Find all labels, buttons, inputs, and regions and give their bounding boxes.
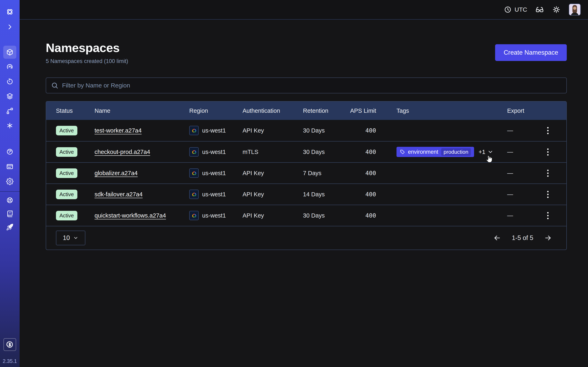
region-cell: us-west1 xyxy=(189,147,242,157)
sidebar-item-nexus[interactable] xyxy=(3,119,16,132)
auth-cell: API Key xyxy=(242,191,303,198)
row-actions-menu-button[interactable] xyxy=(547,191,549,198)
gcp-cloud-icon xyxy=(189,190,199,199)
col-header-tags: Tags xyxy=(397,108,507,114)
col-header-export: Export xyxy=(507,108,540,114)
region-cell: us-west1 xyxy=(189,211,242,220)
sidebar-item-usage[interactable] xyxy=(3,145,16,158)
col-header-name: Name xyxy=(95,108,189,114)
topbar: UTC xyxy=(20,0,588,20)
col-header-region: Region xyxy=(189,108,242,114)
table-row[interactable]: Active sdk-failover.a27a4 us-west1 API K… xyxy=(46,184,566,205)
aps-limit-cell: 400 xyxy=(350,170,397,176)
region-label: us-west1 xyxy=(202,127,226,134)
sidebar-item-deployments[interactable] xyxy=(3,90,16,103)
auth-cell: API Key xyxy=(242,170,303,176)
previous-page-button[interactable] xyxy=(493,234,501,242)
table-row[interactable]: Active test-worker.a27a4 us-west1 API Ke… xyxy=(46,120,566,141)
status-badge: Active xyxy=(56,168,77,178)
namespace-link[interactable]: globalizer.a27a4 xyxy=(95,170,138,176)
table-row[interactable]: Active globalizer.a27a4 us-west1 API Key… xyxy=(46,162,566,184)
tags-cell: environment production +1 xyxy=(397,147,507,157)
timezone-label: UTC xyxy=(515,6,527,13)
sidebar-item-billing[interactable] xyxy=(3,160,16,173)
pagination-range: 1-5 of 5 xyxy=(512,234,533,242)
chevron-down-icon xyxy=(487,149,493,155)
namespace-link[interactable]: sdk-failover.a27a4 xyxy=(95,191,143,198)
table-row[interactable]: Active quickstart-workflows.a27a4 us-wes… xyxy=(46,205,566,226)
sidebar-item-workflows[interactable] xyxy=(3,60,16,73)
cube-icon xyxy=(6,48,14,56)
sidebar-item-batch-operations[interactable] xyxy=(3,104,16,117)
region-label: us-west1 xyxy=(202,212,226,219)
sidebar-item-namespaces[interactable] xyxy=(3,46,16,59)
tag-icon xyxy=(400,149,405,155)
namespace-link[interactable]: test-worker.a27a4 xyxy=(95,127,142,134)
col-header-status: Status xyxy=(56,108,95,114)
aps-limit-cell: 400 xyxy=(350,127,397,134)
chevron-down-icon xyxy=(73,235,78,241)
branch-icon xyxy=(6,107,13,115)
aps-limit-cell: 400 xyxy=(350,212,397,219)
next-page-button[interactable] xyxy=(544,234,552,242)
tag-value: production xyxy=(441,148,471,156)
arrow-right-icon xyxy=(544,234,552,242)
asterisk-icon xyxy=(6,122,13,129)
sidebar-item-getting-started[interactable] xyxy=(3,221,16,234)
gcp-cloud-icon xyxy=(189,168,199,178)
table-row[interactable]: Active checkout-prod.a27a4 us-west1 mTLS… xyxy=(46,141,566,162)
row-actions-menu-button[interactable] xyxy=(547,170,549,177)
page-size-select[interactable]: 10 xyxy=(56,231,85,245)
status-badge: Active xyxy=(56,211,77,220)
lifebuoy-icon xyxy=(6,197,13,204)
row-actions-menu-button[interactable] xyxy=(547,149,549,156)
row-actions-menu-button[interactable] xyxy=(547,212,549,219)
export-cell: — xyxy=(507,127,540,134)
sidebar-item-support[interactable] xyxy=(3,194,16,207)
reader-mode-button[interactable] xyxy=(535,5,544,14)
workflows-orbit-icon xyxy=(6,63,13,71)
glasses-icon xyxy=(535,5,544,14)
user-avatar[interactable] xyxy=(569,4,581,16)
tag-pill[interactable]: environment production xyxy=(397,147,474,157)
region-cell: us-west1 xyxy=(189,168,242,178)
gauge-icon xyxy=(6,148,13,155)
retention-cell: 30 Days xyxy=(303,212,350,219)
tags-more-button[interactable]: +1 xyxy=(479,149,493,155)
timezone-selector[interactable]: UTC xyxy=(504,6,527,13)
sidebar-item-schedules[interactable] xyxy=(3,75,16,88)
sidebar-item-docs[interactable] xyxy=(3,207,16,220)
theme-toggle-button[interactable] xyxy=(552,5,561,14)
namespace-link[interactable]: quickstart-workflows.a27a4 xyxy=(95,212,166,219)
arrow-left-icon xyxy=(493,234,501,242)
namespace-link[interactable]: checkout-prod.a27a4 xyxy=(95,149,150,155)
gear-icon xyxy=(6,178,13,185)
page-size-value: 10 xyxy=(63,234,70,242)
region-cell: us-west1 xyxy=(189,190,242,199)
clock-icon xyxy=(504,6,512,13)
create-namespace-button[interactable]: Create Namespace xyxy=(495,44,567,61)
sidebar-item-settings[interactable] xyxy=(3,175,16,188)
sun-icon xyxy=(552,5,561,14)
retention-cell: 7 Days xyxy=(303,170,350,176)
col-header-authentication: Authentication xyxy=(242,108,303,114)
region-cell: us-west1 xyxy=(189,126,242,135)
row-actions-menu-button[interactable] xyxy=(547,127,549,134)
table-header: Status Name Region Authentication Retent… xyxy=(46,101,566,120)
filter-box xyxy=(46,77,567,93)
temporal-logo[interactable] xyxy=(3,5,16,18)
region-label: us-west1 xyxy=(202,170,226,176)
plan-badge-button[interactable] xyxy=(3,338,16,351)
sidebar: 2.35.1 xyxy=(0,0,20,367)
gcp-cloud-icon xyxy=(189,147,199,157)
table-body: Active test-worker.a27a4 us-west1 API Ke… xyxy=(46,120,566,226)
status-badge: Active xyxy=(56,147,77,157)
col-header-retention: Retention xyxy=(303,108,350,114)
search-icon xyxy=(51,82,58,89)
export-cell: — xyxy=(507,191,540,198)
avatar-image-icon xyxy=(569,4,580,15)
dollar-badge-icon xyxy=(6,341,14,349)
filter-input[interactable] xyxy=(62,82,562,89)
sidebar-expand-chevron-icon[interactable] xyxy=(3,20,16,33)
app-version: 2.35.1 xyxy=(3,358,17,364)
